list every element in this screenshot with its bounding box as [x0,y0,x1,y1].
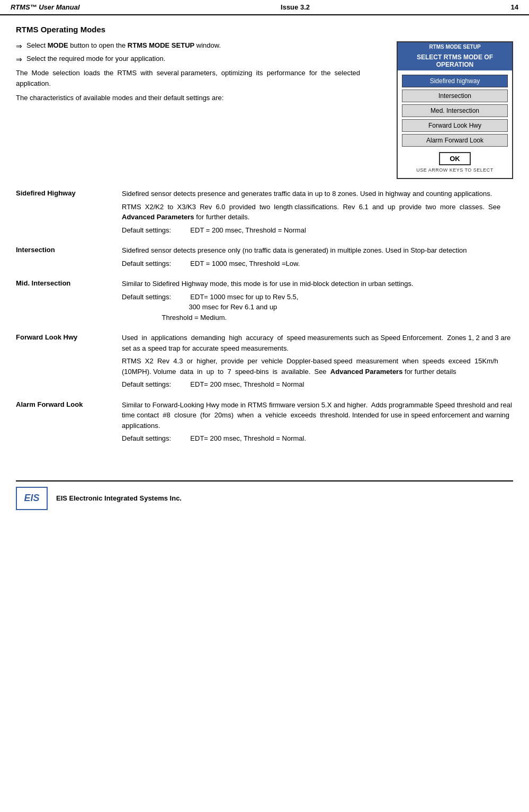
mode-row-alarm-forward: Alarm Forward Look Similar to Forward-Lo… [16,400,513,447]
top-text: ⇒ Select MODE button to open the RTMS MO… [16,41,386,179]
bullet-content-1: Select MODE button to open the RTMS MODE… [26,41,386,49]
rtms-widget-container: RTMS MODE SETUP SELECT RTMS MODE OF OPER… [397,41,513,179]
alarm-para1: Similar to Forward-Looking Hwy mode in R… [122,400,513,431]
mode-bold: MODE [48,41,68,49]
mode-desc-intersection: Sidefired sensor detects presence only (… [122,245,513,271]
header-right: 14 [511,3,518,11]
ok-hint: USE ARROW KEYS TO SELECT [402,167,508,173]
mode-desc-mid-intersection: Similar to Sidefired Highway mode, this … [122,279,513,325]
mode-label-alarm-forward: Alarm Forward Look [16,400,122,447]
intro-para1: The Mode selection loads the RTMS with s… [16,68,386,88]
bullet-arrow-1: ⇒ [16,42,22,50]
mode-label-mid-intersection: Mid. Intersection [16,279,122,325]
intro-para2: The characteristics of available modes a… [16,93,386,103]
mode-desc-sidefired: Sidefired sensor detects presence and ge… [122,189,513,238]
advanced-params-bold-2: Advanced Parameters [330,368,403,376]
mode-label-intersection: Intersection [16,245,122,271]
bullet-1: ⇒ Select MODE button to open the RTMS MO… [16,41,386,50]
modes-section: Sidefired Highway Sidefired sensor detec… [16,189,513,447]
rtms-widget: RTMS MODE SETUP SELECT RTMS MODE OF OPER… [397,41,513,179]
intersection-para1: Sidefired sensor detects presence only (… [122,245,513,256]
alarm-default: Default settings: EDT= 200 msec, Thresho… [122,433,513,444]
footer-company: EIS Electronic Integrated Systems Inc. [56,494,182,502]
ok-button[interactable]: OK [439,152,471,165]
main-content: RTMS Operating Modes ⇒ Select MODE butto… [0,15,529,465]
section-title: RTMS Operating Modes [16,25,513,34]
btn-forward-look-hwy[interactable]: Forward Look Hwy [402,119,508,132]
footer-logo: EIS [16,487,48,510]
page-footer: EIS EIS Electronic Integrated Systems In… [16,480,513,515]
mode-desc-forward-look: Used in applications demanding high accu… [122,333,513,392]
mid-default: Default settings: EDT= 1000 msec for up … [122,292,513,323]
widget-ok-area: OK USE ARROW KEYS TO SELECT [402,152,508,176]
header-left: RTMS™ User Manual [11,3,80,11]
btn-med-intersection[interactable]: Med. Intersection [402,104,508,117]
mid-para1: Similar to Sidefired Highway mode, this … [122,279,513,289]
forward-default: Default settings: EDT= 200 msec, Thresho… [122,379,513,390]
advanced-params-bold-1: Advanced Parameters [122,213,194,221]
bullet-2: ⇒ Select the required mode for your appl… [16,55,386,64]
top-block: ⇒ Select MODE button to open the RTMS MO… [16,41,513,179]
mode-row-intersection: Intersection Sidefired sensor detects pr… [16,245,513,271]
bullet-arrow-2: ⇒ [16,55,22,64]
sidefired-para1: Sidefired sensor detects presence and ge… [122,189,513,199]
intersection-default: Default settings: EDT = 1000 msec, Thres… [122,258,513,269]
btn-intersection[interactable]: Intersection [402,90,508,102]
mode-row-mid-intersection: Mid. Intersection Similar to Sidefired H… [16,279,513,325]
mode-label-forward-look: Forward Look Hwy [16,333,122,392]
bullet-content-2: Select the required mode for your applic… [26,55,386,63]
rtms-mode-setup-bold: RTMS MODE SETUP [128,41,194,49]
sidefired-default: Default settings: EDT = 200 msec, Thresh… [122,225,513,236]
forward-para2: RTMS X2 Rev 4.3 or higher, provide per v… [122,356,513,377]
mode-label-sidefired: Sidefired Highway [16,189,122,238]
widget-title: RTMS MODE SETUP [398,42,512,51]
sidefired-para2: RTMS X2/K2 to X3/K3 Rev 6.0 provided two… [122,202,513,222]
mode-desc-alarm-forward: Similar to Forward-Looking Hwy mode in R… [122,400,513,447]
mode-row-forward-look: Forward Look Hwy Used in applications de… [16,333,513,392]
btn-alarm-forward-look[interactable]: Alarm Forward Look [402,134,508,147]
btn-sidefired-highway[interactable]: Sidefired highway [402,75,508,87]
header-center: Issue 3.2 [281,3,310,11]
forward-para1: Used in applications demanding high accu… [122,333,513,353]
widget-header: SELECT RTMS MODE OF OPERATION [398,51,512,70]
page-header: RTMS™ User Manual Issue 3.2 14 [0,0,529,15]
mode-row-sidefired: Sidefired Highway Sidefired sensor detec… [16,189,513,238]
widget-body: Sidefired highway Intersection Med. Inte… [398,73,512,178]
logo-text: EIS [24,493,39,504]
